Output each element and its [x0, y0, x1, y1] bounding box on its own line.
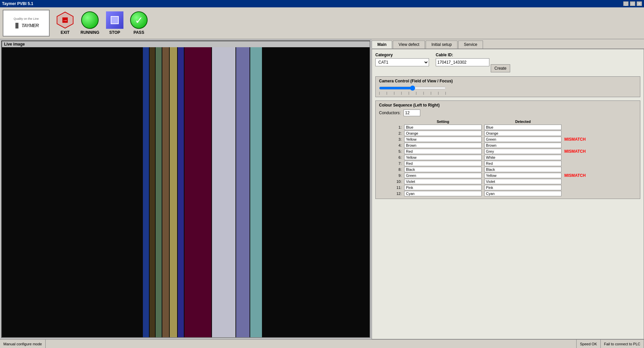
- mismatch-cell-5: MISMATCH: [563, 148, 637, 154]
- colour-row-4: 4: Brown Brown: [379, 142, 637, 148]
- live-image-label: Live image: [2, 41, 370, 47]
- category-label: Category: [375, 53, 429, 57]
- panel-content: Category CAT1 CAT2 CAT3 CAT5 CAT6 Cable …: [372, 49, 644, 339]
- conductors-input[interactable]: [404, 110, 420, 116]
- titlebar-title: Taymer PVBI 5.1: [2, 1, 33, 6]
- pass-label: PASS: [133, 30, 144, 35]
- mismatch-cell-6: [563, 154, 637, 160]
- running-label: RUNNING: [80, 30, 99, 35]
- logo: Quality on the Line ▐▌ TAYMER: [3, 10, 50, 37]
- row-num-11: 11:: [379, 185, 403, 191]
- camera-slider-container: [379, 85, 637, 91]
- running-button[interactable]: RUNNING: [80, 11, 99, 35]
- colour-row-12: 12: Cyan Cyan: [379, 191, 637, 197]
- col-setting: Setting: [403, 119, 483, 124]
- colour-row-6: 6: Yellow White: [379, 154, 637, 160]
- cable-id-label: Cable ID:: [436, 53, 510, 57]
- exit-button[interactable]: → EXIT: [56, 11, 74, 35]
- detected-cell-2: Orange: [483, 130, 563, 136]
- setting-cell-6: Yellow: [403, 154, 483, 160]
- row-num-1: 1:: [379, 124, 403, 130]
- create-button[interactable]: Create: [491, 64, 510, 72]
- logo-tagline: Quality on the Line: [13, 17, 39, 20]
- row-num-12: 12:: [379, 191, 403, 197]
- conductors-label: Conductors:: [379, 111, 401, 115]
- live-image-canvas: [2, 47, 370, 337]
- slider-ticks: ||||| |||||: [379, 91, 446, 95]
- exit-icon: →: [56, 11, 74, 29]
- exit-label: EXIT: [61, 30, 70, 35]
- row-num-4: 4:: [379, 142, 403, 148]
- colour-row-7: 7: Red Red: [379, 160, 637, 166]
- detected-cell-6: White: [483, 154, 563, 160]
- maximize-button[interactable]: □: [630, 1, 635, 6]
- camera-slider[interactable]: [379, 85, 446, 91]
- app: Quality on the Line ▐▌ TAYMER → EXIT: [0, 7, 644, 348]
- titlebar: Taymer PVBI 5.1 _ □ ×: [0, 0, 644, 7]
- stop-icon: [106, 11, 123, 29]
- pass-icon: ✓: [130, 11, 148, 29]
- row-num-7: 7:: [379, 160, 403, 166]
- cable-stripe-4: [170, 47, 177, 337]
- statusbar: Manual configure mode Speed OK Fail to c…: [0, 339, 644, 348]
- detected-cell-4: Brown: [483, 142, 563, 148]
- row-num-3: 3:: [379, 136, 403, 142]
- category-group: Category CAT1 CAT2 CAT3 CAT5 CAT6: [375, 53, 429, 66]
- setting-cell-4: Brown: [403, 142, 483, 148]
- setting-cell-9: Green: [403, 172, 483, 179]
- row-num-6: 6:: [379, 154, 403, 160]
- row-num-9: 9:: [379, 172, 403, 179]
- toolbar: Quality on the Line ▐▌ TAYMER → EXIT: [0, 7, 644, 39]
- detected-cell-12: Cyan: [483, 191, 563, 197]
- setting-cell-2: Orange: [403, 130, 483, 136]
- pass-button[interactable]: ✓ PASS: [130, 11, 148, 35]
- logo-brand: ▐▌ TAYMER: [14, 20, 39, 29]
- status-speed: Speed OK: [577, 340, 601, 348]
- colour-row-9: 9: Green Yellow MISMATCH: [379, 172, 637, 179]
- detected-cell-9: Yellow: [483, 172, 563, 179]
- colour-sequence-section: Colour Sequence (Left to Right) Conducto…: [375, 100, 640, 199]
- setting-cell-10: Violet: [403, 179, 483, 185]
- close-button[interactable]: ×: [637, 1, 642, 6]
- category-select[interactable]: CAT1 CAT2 CAT3 CAT5 CAT6: [375, 58, 429, 66]
- tab-initial-setup[interactable]: Initial setup: [426, 41, 458, 49]
- detected-cell-11: Pink: [483, 185, 563, 191]
- detected-cell-5: Grey: [483, 148, 563, 154]
- status-empty: [46, 340, 577, 348]
- content: Live image Main View defect Initial setu…: [0, 39, 644, 339]
- cable-stripe-6: [184, 47, 211, 337]
- minimize-button[interactable]: _: [623, 1, 629, 6]
- cable-stripe-5: [178, 47, 184, 337]
- mismatch-cell-7: [563, 160, 637, 166]
- row-num-10: 10:: [379, 179, 403, 185]
- status-mode: Manual configure mode: [0, 340, 46, 348]
- mismatch-cell-10: [563, 179, 637, 185]
- cable-id-input[interactable]: [436, 58, 489, 66]
- colour-row-2: 2: Orange Orange: [379, 130, 637, 136]
- detected-cell-8: Black: [483, 166, 563, 172]
- tab-service[interactable]: Service: [458, 41, 483, 49]
- mismatch-cell-8: [563, 166, 637, 172]
- status-plc: Fail to connect to PLC: [601, 340, 644, 348]
- mismatch-cell-12: [563, 191, 637, 197]
- detected-cell-1: Blue: [483, 124, 563, 130]
- setting-cell-12: Cyan: [403, 191, 483, 197]
- tab-main[interactable]: Main: [372, 41, 392, 49]
- cable-stripe-8: [236, 47, 250, 337]
- tab-view-defect[interactable]: View defect: [393, 41, 425, 49]
- stop-button[interactable]: STOP: [106, 11, 123, 35]
- mismatch-cell-9: MISMATCH: [563, 172, 637, 179]
- logo-icon: ▐▌: [14, 23, 20, 28]
- mismatch-cell-1: [563, 124, 637, 130]
- colour-row-10: 10: Violet Violet: [379, 179, 637, 185]
- colour-row-8: 8: Black Black: [379, 166, 637, 172]
- detected-cell-3: Green: [483, 136, 563, 142]
- mismatch-cell-11: [563, 185, 637, 191]
- titlebar-controls[interactable]: _ □ ×: [623, 1, 642, 6]
- setting-cell-1: Blue: [403, 124, 483, 130]
- detected-cell-10: Violet: [483, 179, 563, 185]
- cable-stripe-0: [143, 47, 149, 337]
- cable-stripe-7: [212, 47, 235, 337]
- cable-stripe-2: [156, 47, 162, 337]
- setting-cell-8: Black: [403, 166, 483, 172]
